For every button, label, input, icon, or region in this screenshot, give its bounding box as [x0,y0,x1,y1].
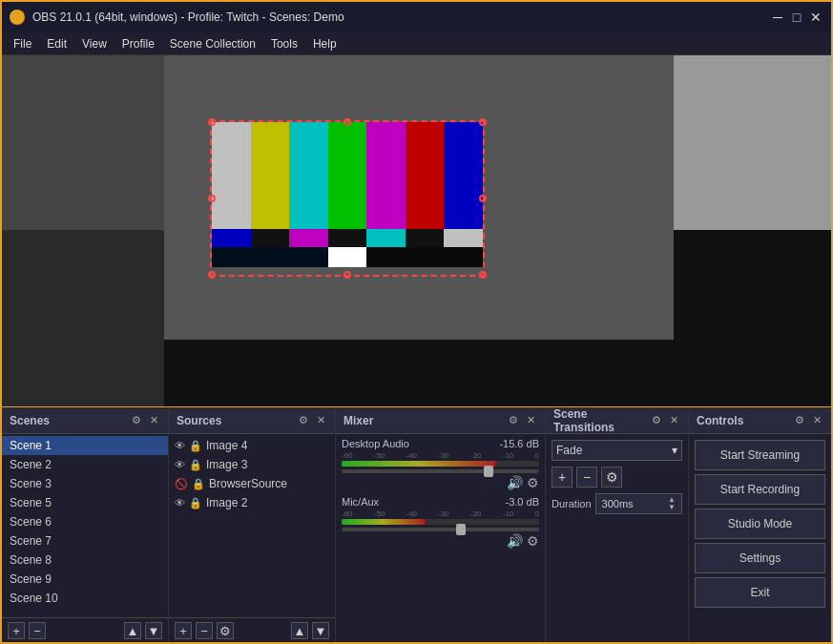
scene-item-6[interactable]: Scene 6 [2,512,168,531]
handle-top-mid[interactable] [344,118,351,126]
transitions-close-icon[interactable]: ✕ [667,414,680,427]
mixer-desktop-mute[interactable]: 🔊 [507,475,523,490]
sources-down-button[interactable]: ▼ [312,622,329,639]
lock-icon-image3[interactable]: 🔒 [189,459,202,471]
mixer-desktop-header: Desktop Audio -15.6 dB [342,438,539,449]
bar-green [328,122,367,229]
transition-remove-button[interactable]: − [576,467,597,488]
bar-btm-dark [212,247,328,267]
mixer-mic-settings[interactable]: ⚙ [527,533,539,549]
lock-icon-image2[interactable]: 🔒 [189,497,202,509]
duration-arrows[interactable]: ▲ ▼ [668,496,676,511]
transition-select[interactable]: Fade ▾ [552,440,682,461]
studio-mode-button[interactable]: Studio Mode [695,509,825,539]
scenes-panel-title: Scenes [10,414,50,427]
lock-icon-image4[interactable]: 🔒 [189,440,202,452]
scenes-close-icon[interactable]: ✕ [147,414,160,427]
transitions-panel-title: Scene Transitions [553,407,650,434]
source-item-browser[interactable]: 🚫 🔒 BrowserSource [169,474,335,493]
handle-bottom-right[interactable] [479,271,487,279]
lock-icon-browser[interactable]: 🔒 [192,478,205,490]
scenes-add-button[interactable]: + [8,622,25,639]
scenes-config-icon[interactable]: ⚙ [130,414,143,427]
scene-item-2[interactable]: Scene 2 [2,455,168,474]
controls-close-icon[interactable]: ✕ [810,414,823,427]
sources-panel: Sources ⚙ ✕ 👁 🔒 Image 4 👁 🔒 Image 3 🚫 🔒 … [169,407,336,643]
mixer-mic-fader-handle[interactable] [456,524,466,535]
scene-item-3[interactable]: Scene 3 [2,474,168,493]
maximize-button[interactable]: □ [789,10,804,25]
mixer-config-icon[interactable]: ⚙ [507,414,520,427]
menu-tools[interactable]: Tools [263,35,305,52]
scene-item-5[interactable]: Scene 5 [2,493,168,512]
transition-current: Fade [556,444,582,457]
sources-close-icon[interactable]: ✕ [314,414,327,427]
scenes-up-button[interactable]: ▲ [124,622,141,639]
menu-help[interactable]: Help [305,35,344,52]
transition-settings-button[interactable]: ⚙ [601,467,622,488]
bar-btm-black [366,247,483,267]
sources-settings-button[interactable]: ⚙ [217,622,234,639]
bars-mid [212,229,483,247]
sources-config-icon[interactable]: ⚙ [297,414,310,427]
scene-item-7[interactable]: Scene 7 [2,531,168,551]
scene-item-10[interactable]: Scene 10 [2,589,168,608]
close-button[interactable]: ✕ [808,10,823,25]
mixer-mic-fader[interactable] [342,528,539,531]
controls-panel-header: Controls ⚙ ✕ [689,407,831,434]
scene-item-1[interactable]: Scene 1 [2,436,168,455]
duration-value[interactable]: 300ms ▲ ▼ [595,493,682,514]
transition-add-button[interactable]: + [552,467,573,488]
scene-item-8[interactable]: Scene 8 [2,551,168,570]
menu-view[interactable]: View [74,35,115,52]
duration-down-arrow[interactable]: ▼ [668,504,676,511]
scene-item-9[interactable]: Scene 9 [2,570,168,589]
sources-panel-icons: ⚙ ✕ [297,414,327,427]
controls-panel-title: Controls [697,414,743,427]
sources-up-button[interactable]: ▲ [291,622,308,639]
menu-file[interactable]: File [6,35,39,52]
title-bar: OBS 21.0.1 (64bit, windows) - Profile: T… [2,2,831,32]
visibility-icon-image2[interactable]: 👁 [175,497,185,509]
handle-top-left[interactable] [208,118,216,126]
bars-top [212,122,483,229]
mixer-close-icon[interactable]: ✕ [524,414,537,427]
scenes-remove-button[interactable]: − [29,622,46,639]
transitions-config-icon[interactable]: ⚙ [650,414,663,427]
bar-blue [444,122,483,229]
meter-scale-desktop: -60-50-40-30-20-100 [342,451,539,460]
scenes-down-button[interactable]: ▼ [145,622,162,639]
mixer-mic-mute[interactable]: 🔊 [507,533,523,549]
sources-remove-button[interactable]: − [196,622,213,639]
visibility-icon-image4[interactable]: 👁 [175,440,185,451]
source-label-image4: Image 4 [206,439,247,452]
start-streaming-button[interactable]: Start Streaming [695,440,825,470]
menu-profile[interactable]: Profile [115,35,162,52]
start-recording-button[interactable]: Start Recording [695,474,825,505]
handle-mid-right[interactable] [479,195,487,202]
settings-button[interactable]: Settings [695,543,825,573]
menu-scene-collection[interactable]: Scene Collection [162,35,263,52]
mixer-channel-mic: Mic/Aux -3.0 dB -60-50-40-30-20-100 🔊 ⚙ [342,496,539,549]
menu-edit[interactable]: Edit [39,35,74,52]
scenes-panel-header: Scenes ⚙ ✕ [2,407,168,434]
sources-add-button[interactable]: + [175,622,192,639]
handle-mid-left[interactable] [208,195,216,202]
handle-bottom-mid[interactable] [344,271,351,279]
sources-list: 👁 🔒 Image 4 👁 🔒 Image 3 🚫 🔒 BrowserSourc… [169,434,335,617]
source-item-image2[interactable]: 👁 🔒 Image 2 [169,493,335,512]
visibility-icon-image3[interactable]: 👁 [175,459,185,470]
exit-button[interactable]: Exit [695,577,825,608]
source-item-image3[interactable]: 👁 🔒 Image 3 [169,455,335,474]
minimize-button[interactable]: ─ [770,10,785,25]
handle-bottom-left[interactable] [208,271,216,279]
mixer-desktop-fader-handle[interactable] [484,466,493,477]
source-item-image4[interactable]: 👁 🔒 Image 4 [169,436,335,455]
mixer-desktop-fader[interactable] [342,469,539,473]
sources-footer: + − ⚙ ▲ ▼ [169,617,335,643]
visibility-icon-browser[interactable]: 🚫 [175,478,188,490]
controls-config-icon[interactable]: ⚙ [793,414,806,427]
color-bars[interactable] [210,120,485,277]
mixer-desktop-settings[interactable]: ⚙ [527,475,539,490]
handle-top-right[interactable] [479,118,487,126]
